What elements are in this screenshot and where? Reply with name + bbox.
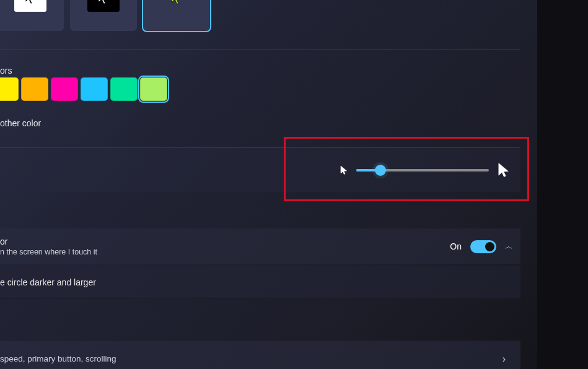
touch-indicator-subtitle: n the screen where I touch it [0, 248, 97, 256]
recommended-colors-label: ors [0, 66, 12, 76]
color-swatch-row [0, 77, 167, 101]
color-swatch-4[interactable] [110, 77, 138, 101]
touch-indicator-toggle[interactable] [470, 240, 496, 253]
touch-indicator-suboption[interactable]: e circle darker and larger [0, 266, 520, 299]
color-swatch-0[interactable] [0, 77, 19, 101]
choose-another-color-link[interactable]: other color [0, 118, 41, 128]
touch-indicator-row[interactable]: or n the screen where I touch it On ︿ [0, 228, 520, 264]
toggle-state-label: On [450, 241, 462, 251]
pointer-size-slider[interactable] [356, 169, 489, 171]
chevron-up-icon[interactable]: ︿ [505, 241, 513, 252]
cursor-small-icon [340, 165, 348, 175]
touch-indicator-suboption-label: e circle darker and larger [0, 277, 96, 287]
chevron-right-icon: › [502, 354, 506, 365]
cursor-large-icon [498, 162, 510, 178]
mouse-settings-row[interactable]: speed, primary button, scrolling › [0, 341, 520, 369]
recommended-colors-section: ors other color [0, 50, 520, 77]
cursor-icon [97, 0, 110, 6]
color-swatch-5[interactable] [140, 77, 167, 101]
cursor-style-row [0, 0, 210, 31]
mouse-settings-subtitle: speed, primary button, scrolling [0, 354, 116, 363]
cursor-icon [24, 0, 37, 6]
pointer-size-card [0, 147, 520, 192]
color-swatch-2[interactable] [51, 77, 78, 101]
cursor-style-option-2[interactable] [143, 0, 210, 31]
color-swatch-1[interactable] [21, 77, 48, 101]
color-swatch-3[interactable] [81, 77, 108, 101]
cursor-style-option-1[interactable] [70, 0, 137, 31]
cursor-icon [170, 0, 183, 6]
cursor-style-option-0[interactable] [0, 0, 64, 31]
touch-indicator-title: or [0, 237, 97, 246]
